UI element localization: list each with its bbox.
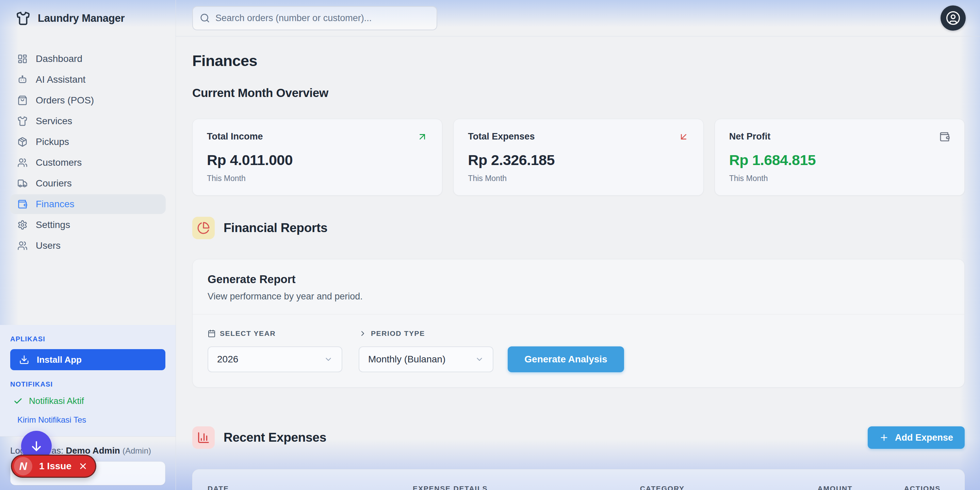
sidebar-item-customers[interactable]: Customers [10,153,166,172]
install-app-label: Install App [37,355,82,365]
section-title: Financial Reports [224,221,327,235]
chevron-right-icon [359,329,367,337]
app-root: Laundry Manager Dashboard AI Assistant O… [0,0,980,490]
shirt-logo-icon [16,11,30,25]
sidebar-item-label: Couriers [36,178,72,189]
sidebar-item-label: Finances [36,199,75,210]
period-field: PERIOD TYPE Monthly (Bulanan) [359,329,493,372]
bot-icon [18,75,27,85]
main-area: Finances Current Month Overview Total In… [176,0,980,490]
card-label: Total Expenses [468,131,535,142]
year-select[interactable]: 2026 [208,347,342,372]
expenses-table: DATE EXPENSE DETAILS CATEGORY AMOUNT ACT… [192,469,965,490]
column-header-actions: ACTIONS [853,485,940,490]
wallet-icon [18,199,27,209]
sidebar-app-section: APLIKASI Install App NOTIFIKASI Notifika… [0,325,176,436]
year-select-value: 2026 [217,354,238,365]
app-title: Laundry Manager [38,12,124,24]
close-icon[interactable] [78,461,88,471]
card-caption: This Month [729,174,950,183]
dashboard-icon [18,54,27,64]
report-card-title: Generate Report [208,273,950,286]
sidebar-item-finances[interactable]: Finances [10,194,166,214]
user-avatar-button[interactable] [940,5,966,30]
top-bar [176,0,980,37]
trend-up-icon [417,131,428,142]
page-title: Finances [192,52,965,70]
pie-chart-icon [192,217,215,239]
dev-issue-badge[interactable]: N 1 Issue [11,455,96,478]
app-logo: Laundry Manager [0,0,176,37]
sidebar-item-pickups[interactable]: Pickups [10,132,166,152]
generate-analysis-button[interactable]: Generate Analysis [508,347,624,372]
users-icon [18,240,27,251]
period-select[interactable]: Monthly (Bulanan) [359,347,493,372]
install-app-button[interactable]: Install App [10,349,165,370]
sidebar-item-users[interactable]: Users [10,236,166,256]
sidebar-item-label: Dashboard [36,53,82,64]
shopping-bag-icon [18,95,27,105]
wallet-icon [939,131,950,142]
search-icon [200,13,210,23]
column-header-date: DATE [208,485,413,490]
check-icon [13,396,23,406]
card-value: Rp 4.011.000 [207,152,428,169]
column-header-category: CATEGORY [640,485,808,490]
circle-user-icon [946,11,961,25]
issue-count-label: 1 Issue [39,461,72,472]
notification-status-label: Notifikasi Aktif [29,396,84,406]
period-select-value: Monthly (Bulanan) [368,354,445,365]
sidebar-item-ai-assistant[interactable]: AI Assistant [10,70,166,89]
user-role: (Admin) [123,446,151,455]
recent-expenses-header: Recent Expenses Add Expense [192,426,965,449]
net-profit-card: Net Profit Rp 1.684.815 This Month [714,119,965,196]
n-logo: N [14,457,32,476]
financial-reports-header: Financial Reports [192,217,965,239]
shirt-icon [18,116,27,126]
chevron-down-icon [324,355,333,364]
sidebar-item-label: Users [36,240,60,251]
sidebar-item-label: AI Assistant [36,74,86,85]
sidebar-item-couriers[interactable]: Couriers [10,173,166,193]
search-input[interactable] [192,6,437,30]
sidebar-item-label: Orders (POS) [36,95,94,106]
total-income-card: Total Income Rp 4.011.000 This Month [192,119,442,196]
sidebar-item-dashboard[interactable]: Dashboard [10,49,166,69]
card-label: Net Profit [729,131,771,142]
notification-status: Notifikasi Aktif [10,396,165,406]
column-header-details: EXPENSE DETAILS [413,485,640,490]
sidebar-item-label: Services [36,116,72,127]
sidebar-item-settings[interactable]: Settings [10,215,166,235]
download-icon [19,355,29,365]
bar-chart-icon [192,426,215,449]
sidebar: Laundry Manager Dashboard AI Assistant O… [0,0,176,490]
card-caption: This Month [468,174,689,183]
report-form: SELECT YEAR 2026 PERIOD TYPE [192,314,964,387]
gear-icon [18,220,27,230]
chevron-down-icon [475,355,484,364]
report-card-header: Generate Report View performance by year… [192,259,964,314]
card-label: Total Income [207,131,263,142]
card-caption: This Month [207,174,428,183]
card-value: Rp 1.684.815 [729,152,950,169]
total-expenses-card: Total Expenses Rp 2.326.185 This Month [453,119,703,196]
sidebar-item-label: Customers [36,157,82,168]
aplikasi-label: APLIKASI [10,335,165,343]
users-icon [18,158,27,168]
column-header-amount: AMOUNT [808,485,853,490]
overview-cards: Total Income Rp 4.011.000 This Month Tot… [192,119,965,196]
send-test-notification-link[interactable]: Kirim Notifikasi Tes [10,415,165,425]
sidebar-item-services[interactable]: Services [10,111,166,131]
report-card-subtitle: View performance by year and period. [208,291,950,302]
search-container [192,6,437,30]
sidebar-nav: Dashboard AI Assistant Orders (POS) Serv… [0,37,176,256]
sidebar-item-label: Settings [36,220,70,231]
sidebar-item-orders-pos[interactable]: Orders (POS) [10,91,166,110]
period-field-label: PERIOD TYPE [359,329,493,337]
card-value: Rp 2.326.185 [468,152,689,169]
add-expense-button[interactable]: Add Expense [868,426,965,449]
calendar-icon [208,329,216,337]
overview-title: Current Month Overview [192,86,965,100]
year-field: SELECT YEAR 2026 [208,329,342,372]
arrow-down-icon [30,440,43,453]
